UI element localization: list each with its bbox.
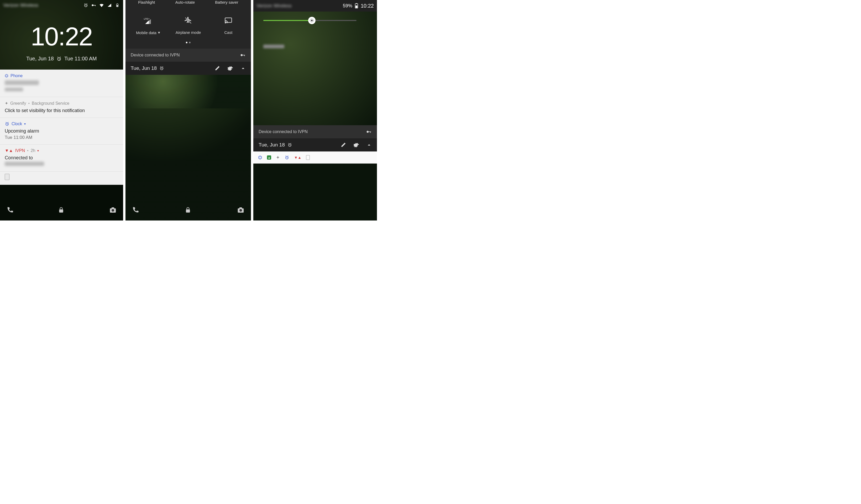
- clock-time: 10:22: [0, 24, 123, 49]
- svg-rect-23: [186, 209, 190, 213]
- battery-icon: [355, 3, 358, 9]
- collapse-icon[interactable]: [241, 66, 246, 71]
- leaf-icon: ✦: [5, 101, 8, 106]
- carrier-label: Verizon Wireless: [257, 3, 292, 9]
- wallpaper: [253, 0, 377, 220]
- key-icon: [91, 3, 96, 8]
- leaf-icon: ✦: [276, 154, 280, 160]
- phone-icon[interactable]: [6, 206, 14, 214]
- svg-point-11: [112, 209, 114, 212]
- alarm-icon: [83, 3, 88, 8]
- vpn-text: Device connected to IVPN: [259, 130, 308, 134]
- svg-rect-20: [244, 55, 245, 56]
- quicksettings-full-panel: Verizon Wireless 59% 10:22 ▴ ▾ Bluetooth…: [253, 0, 377, 220]
- notif-ivpn[interactable]: ▼▲IVPN•2h▾ Connected to: [0, 145, 123, 172]
- lock-action-bar: [125, 200, 251, 220]
- collapse-icon[interactable]: [367, 142, 372, 148]
- slider-fill: [263, 20, 312, 21]
- svg-rect-5: [117, 4, 118, 4]
- key-icon: [366, 129, 372, 135]
- svg-line-38: [313, 19, 313, 20]
- battery-icon: [115, 3, 120, 8]
- gear-icon[interactable]: [353, 142, 359, 148]
- svg-point-25: [240, 209, 242, 212]
- qs-label: Flashlight: [138, 0, 155, 4]
- carrier-label: Verizon Wireless: [3, 3, 38, 8]
- blurred-text: [5, 80, 39, 85]
- key-icon: [240, 52, 246, 58]
- lock-action-bar: [0, 200, 123, 220]
- qs-tile-cast[interactable]: Cast: [210, 16, 247, 35]
- svg-point-65: [367, 131, 369, 133]
- camera-icon[interactable]: [109, 206, 117, 214]
- svg-rect-9: [59, 209, 63, 213]
- edit-icon[interactable]: [341, 142, 346, 148]
- notif-greenify[interactable]: ✦Greenify•Background Service Click to se…: [0, 97, 123, 118]
- notif-app: IVPN: [15, 148, 25, 153]
- alarm-icon: [159, 66, 164, 71]
- slider-thumb[interactable]: [308, 17, 315, 24]
- svg-rect-16: [225, 18, 232, 23]
- notif-title: Connected to: [5, 155, 118, 161]
- chevron-down-icon[interactable]: ▾: [24, 122, 26, 126]
- date-bar: Tue, Jun 18: [125, 62, 251, 75]
- phone-icon[interactable]: [132, 206, 139, 214]
- notif-sub: Tue 11:00 AM: [5, 135, 118, 140]
- lock-icon[interactable]: [58, 207, 65, 214]
- qs-label: Airplane mode: [176, 30, 201, 35]
- signal-icon: [107, 3, 112, 8]
- lock-icon[interactable]: [184, 207, 191, 214]
- vpn-status-bar[interactable]: Device connected to IVPN: [125, 49, 251, 62]
- qs-page-dots[interactable]: [128, 40, 249, 49]
- vpn-status-bar[interactable]: Device connected to IVPN: [253, 125, 377, 138]
- quick-settings: Flashlight Auto-rotate Battery saver LTE…: [125, 0, 251, 49]
- svg-rect-67: [370, 132, 371, 133]
- clock-date: Tue, Jun 18: [26, 56, 54, 62]
- notification-stack: ⏣Phone ✦Greenify•Background Service Clic…: [0, 70, 123, 185]
- svg-rect-29: [355, 5, 357, 8]
- collapsed-notif-row[interactable]: ⏣ ▲ ✦ ▼▲: [253, 151, 377, 164]
- sim-icon: [306, 155, 310, 160]
- camera-icon[interactable]: [237, 206, 245, 214]
- notif-app: Clock: [12, 122, 22, 126]
- qs-label: Cast: [224, 30, 232, 35]
- chevron-down-icon[interactable]: ▾: [158, 30, 160, 35]
- notif-clock[interactable]: Clock▾ Upcoming alarm Tue 11:00 AM: [0, 118, 123, 145]
- notif-title: Click to set visibility for this notific…: [5, 108, 118, 113]
- svg-point-17: [225, 23, 226, 23]
- voicemail-icon: ⏣: [5, 73, 9, 78]
- svg-line-37: [311, 22, 311, 22]
- qs-label: Battery saver: [215, 0, 238, 4]
- vpn-text: Device connected to IVPN: [131, 53, 180, 57]
- notif-phone[interactable]: ⏣Phone: [0, 70, 123, 97]
- edit-icon[interactable]: [215, 66, 220, 71]
- slider-track[interactable]: [263, 20, 356, 21]
- status-bar: Verizon Wireless: [0, 0, 123, 11]
- alarm-icon: [5, 122, 10, 126]
- notif-title: Upcoming alarm: [5, 128, 118, 134]
- svg-line-36: [313, 22, 313, 22]
- blurred-text: [5, 162, 44, 166]
- qs-tile-mobiledata[interactable]: LTE+ Mobile data▾: [130, 16, 166, 35]
- svg-point-1: [92, 4, 94, 6]
- notif-app: Phone: [11, 73, 23, 78]
- alarm-icon: [285, 155, 289, 160]
- lte-signal-icon: LTE+: [144, 16, 152, 25]
- svg-point-30: [311, 20, 313, 21]
- qs-tile-airplane[interactable]: Airplane mode: [170, 16, 207, 35]
- svg-text:LTE+: LTE+: [144, 17, 150, 20]
- qs-label: [263, 45, 284, 48]
- time-label: 10:22: [361, 3, 374, 9]
- svg-rect-28: [356, 3, 357, 4]
- voicemail-icon: ⏣: [258, 154, 262, 160]
- alarm-icon: [56, 56, 62, 62]
- alarm-icon: [287, 142, 292, 147]
- gear-icon[interactable]: [227, 65, 233, 71]
- qs-label: Auto-rotate: [175, 0, 195, 4]
- chevron-down-icon[interactable]: ▾: [37, 149, 39, 152]
- notif-meta: 2h: [31, 148, 36, 153]
- sim-icon: [5, 174, 10, 180]
- blurred-text: [5, 88, 23, 91]
- wallpaper-strip: [125, 75, 251, 108]
- lock-clock: 10:22 Tue, Jun 18 Tue 11:00 AM: [0, 24, 123, 62]
